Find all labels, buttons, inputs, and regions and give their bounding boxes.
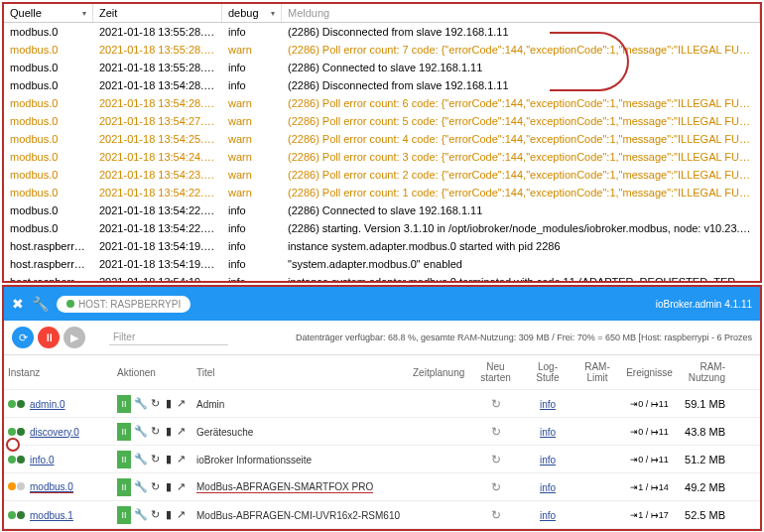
settings-icon[interactable]: 🔧 <box>134 480 148 493</box>
events-value: ⇥0 / ↦11 <box>622 397 677 411</box>
delete-icon[interactable]: ▮ <box>162 480 174 493</box>
pause-button[interactable]: II <box>117 506 131 524</box>
log-time: 2021-01-18 13:55:28.246 <box>93 24 222 40</box>
action-bar: II🔧↻▮↗ <box>117 451 189 468</box>
action-bar: II🔧↻▮↗ <box>117 506 189 524</box>
hdr-ram: RAM-Limit <box>573 359 622 385</box>
link-icon[interactable]: ↗ <box>176 480 188 493</box>
restart-icon[interactable]: ↻ <box>491 397 501 411</box>
reload-icon[interactable]: ↻ <box>149 425 161 438</box>
log-time: 2021-01-18 13:54:28.173 <box>93 77 222 93</box>
instance-title[interactable]: Gerätesuche <box>196 427 253 438</box>
log-source: modbus.0 <box>4 42 93 58</box>
restart-icon[interactable]: ↻ <box>491 480 501 494</box>
log-level: warn <box>222 167 282 183</box>
pause-button[interactable]: II <box>117 423 131 441</box>
log-message: instance system.adapter.modbus.0 termina… <box>282 274 760 281</box>
reload-icon[interactable]: ↻ <box>149 508 161 521</box>
col-quelle[interactable]: Quelle▾ <box>4 4 93 22</box>
log-row: host.raspberrypi2021-01-18 13:54:19.392i… <box>4 273 760 281</box>
col-debug[interactable]: debug▾ <box>222 4 282 22</box>
instance-link[interactable]: modbus.1 <box>30 510 73 521</box>
status-bullet <box>17 482 25 490</box>
dropdown-icon[interactable]: ▾ <box>271 9 275 18</box>
log-level-select[interactable]: info <box>540 399 556 410</box>
log-level-select[interactable]: info <box>540 510 556 521</box>
log-body[interactable]: modbus.02021-01-18 13:55:28.246info(2286… <box>4 23 760 281</box>
status-bullet <box>17 456 25 464</box>
restart-icon[interactable]: ↻ <box>491 453 501 466</box>
log-row: modbus.02021-01-18 13:54:24.935warn(2286… <box>4 148 760 166</box>
log-time: 2021-01-18 13:54:19.763 <box>93 238 222 254</box>
hdr-log: Log-Stufe <box>523 359 573 385</box>
log-level: info <box>222 220 282 236</box>
pause-button[interactable]: II <box>117 395 131 413</box>
log-level-select[interactable]: info <box>540 427 556 438</box>
reload-icon[interactable]: ↻ <box>149 453 161 466</box>
instance-row: admin.0II🔧↻▮↗Admin↻info⇥0 / ↦1159.1 MB <box>4 390 760 418</box>
log-source: modbus.0 <box>4 202 93 218</box>
log-level: info <box>222 238 282 254</box>
delete-icon[interactable]: ▮ <box>162 425 174 438</box>
instance-row: info.0II🔧↻▮↗ioBroker Informationsseite↻i… <box>4 446 760 473</box>
log-time: 2021-01-18 13:54:25.996 <box>93 131 222 147</box>
link-icon[interactable]: ↗ <box>176 453 188 466</box>
log-row: modbus.02021-01-18 13:54:28.173info(2286… <box>4 76 760 94</box>
admin-toolbar: ⟳ ⏸ ▶ Filter Datenträger verfügbar: 68.8… <box>4 321 760 355</box>
link-icon[interactable]: ↗ <box>176 425 188 438</box>
pause-button[interactable]: II <box>117 478 131 496</box>
log-level: warn <box>222 149 282 165</box>
settings-icon[interactable]: 🔧 <box>134 397 148 410</box>
link-icon[interactable]: ↗ <box>176 397 188 410</box>
log-message: (2286) Disconnected from slave 192.168.1… <box>282 24 760 40</box>
log-level: warn <box>222 185 282 200</box>
dropdown-icon[interactable]: ▾ <box>82 9 86 18</box>
instance-title[interactable]: ioBroker Informationsseite <box>196 455 312 466</box>
instance-title[interactable]: ModBus-ABFRAGEN-CMI-UVR16x2-RSM610 <box>196 510 400 521</box>
filter-input[interactable]: Filter <box>109 330 228 345</box>
log-level-select[interactable]: info <box>540 482 556 493</box>
reload-icon[interactable]: ↻ <box>149 480 161 493</box>
settings-icon[interactable]: 🔧 <box>134 508 148 521</box>
log-source: modbus.0 <box>4 113 93 129</box>
log-row: modbus.02021-01-18 13:54:28.118warn(2286… <box>4 94 760 112</box>
instance-link[interactable]: discovery.0 <box>30 427 79 438</box>
settings-icon[interactable]: 🔧 <box>134 453 148 466</box>
link-icon[interactable]: ↗ <box>176 508 188 521</box>
restart-icon[interactable]: ↻ <box>491 425 501 439</box>
ram-value: 59.1 MB <box>677 396 731 412</box>
log-message: (2286) Connected to slave 192.168.1.11 <box>282 202 760 218</box>
log-time: 2021-01-18 13:54:28.118 <box>93 95 222 111</box>
stop-button[interactable]: ⏸ <box>38 327 60 348</box>
status-bullet <box>8 400 16 408</box>
reload-icon[interactable]: ↻ <box>149 397 161 410</box>
delete-icon[interactable]: ▮ <box>162 453 174 466</box>
delete-icon[interactable]: ▮ <box>162 508 174 521</box>
log-level: info <box>222 256 282 272</box>
action-bar: II🔧↻▮↗ <box>117 423 189 441</box>
log-source: modbus.0 <box>4 167 93 183</box>
log-level: info <box>222 24 282 40</box>
version-label: ioBroker.admin 4.1.11 <box>656 299 752 310</box>
play-button[interactable]: ▶ <box>64 327 85 348</box>
menu-icon[interactable]: ✖ <box>12 296 24 312</box>
log-level-select[interactable]: info <box>540 455 556 466</box>
restart-icon[interactable]: ↻ <box>491 508 501 522</box>
refresh-button[interactable]: ⟳ <box>12 327 34 348</box>
instance-link[interactable]: info.0 <box>30 455 54 466</box>
delete-icon[interactable]: ▮ <box>162 397 174 410</box>
instance-body: admin.0II🔧↻▮↗Admin↻info⇥0 / ↦1159.1 MBdi… <box>4 390 760 529</box>
log-source: modbus.0 <box>4 95 93 111</box>
settings-icon[interactable]: 🔧 <box>134 425 148 438</box>
instance-title[interactable]: ModBus-ABFRAGEN-SMARTFOX PRO <box>196 481 373 493</box>
wrench-icon[interactable]: 🔧 <box>32 296 49 312</box>
instance-link[interactable]: modbus.0 <box>30 481 73 493</box>
log-row: modbus.02021-01-18 13:54:23.871warn(2286… <box>4 166 760 184</box>
host-selector[interactable]: HOST: RASPBERRYPI <box>57 296 191 313</box>
admin-topbar: ✖ 🔧 HOST: RASPBERRYPI ioBroker.admin 4.1… <box>4 287 760 321</box>
log-table-header: Quelle▾ Zeit debug▾ Meldung <box>4 4 760 23</box>
instance-link[interactable]: admin.0 <box>30 399 65 410</box>
instance-title[interactable]: Admin <box>196 399 224 410</box>
status-dot-icon <box>66 300 74 308</box>
pause-button[interactable]: II <box>117 451 131 468</box>
